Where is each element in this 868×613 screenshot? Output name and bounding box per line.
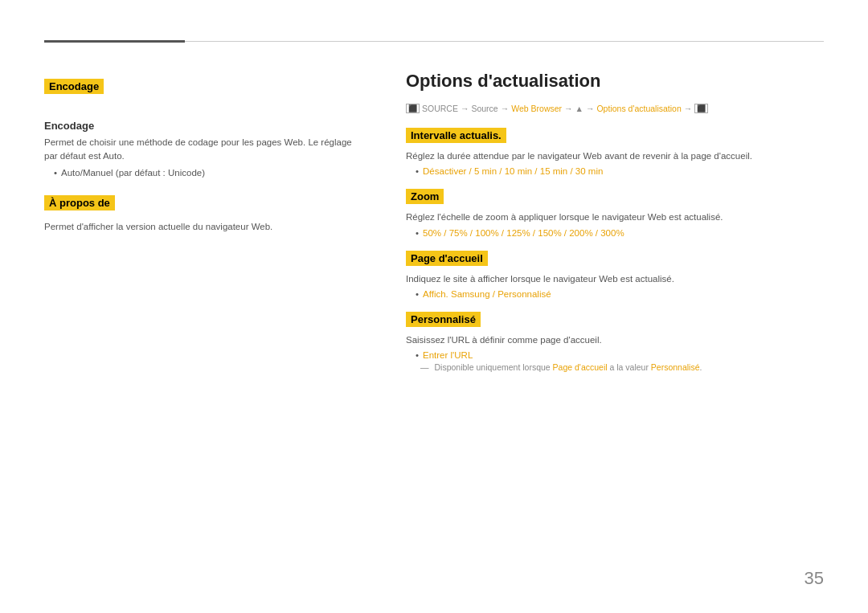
title-encodage: Encodage xyxy=(44,120,358,132)
breadcrumb-source: SOURCE xyxy=(422,104,458,113)
tag-intervalle: Intervalle actualis. xyxy=(406,128,506,143)
tag-pageaccueil: Page d'accueil xyxy=(406,251,488,266)
tag-zoom: Zoom xyxy=(406,189,444,204)
bullet-personnalise-0: Entrer l'URL xyxy=(416,350,824,360)
main-content: Encodage Encodage Permet de choisir une … xyxy=(44,71,824,385)
breadcrumb-arrow-1: → xyxy=(461,104,469,113)
desc-intervalle: Réglez la durée attendue par le navigate… xyxy=(406,149,824,163)
section-apropos: À propos de Permet d'afficher la version… xyxy=(44,195,358,234)
section-pageaccueil: Page d'accueil Indiquez le site à affich… xyxy=(406,251,824,299)
tag-apropos: À propos de xyxy=(44,195,115,210)
bullet-pageaccueil-text: Affich. Samsung / Personnalisé xyxy=(423,289,551,299)
breadcrumb-item-options: Options d'actualisation xyxy=(596,104,681,113)
tag-encodage: Encodage xyxy=(44,79,104,94)
bullet-zoom-text: 50% / 75% / 100% / 125% / 150% / 200% / … xyxy=(423,228,624,238)
divider-light xyxy=(185,41,824,42)
breadcrumb-item-webbrowser: Web Browser xyxy=(511,104,562,113)
note-link1: Page d'accueil xyxy=(553,362,608,372)
breadcrumb-item-icon2: ⬛ xyxy=(694,104,708,113)
bullet-intervalle-0: Désactiver / 5 min / 10 min / 15 min / 3… xyxy=(416,166,824,176)
breadcrumb-item-triangle: ▲ xyxy=(575,104,583,113)
note-middle: a la valeur xyxy=(608,362,651,372)
breadcrumb-source-icon: ⬛ xyxy=(406,104,420,113)
page-title: Options d'actualisation xyxy=(406,71,824,92)
breadcrumb-arrow-4: → xyxy=(586,104,595,113)
note-suffix: . xyxy=(700,362,702,372)
bullet-zoom-0: 50% / 75% / 100% / 125% / 150% / 200% / … xyxy=(416,228,824,238)
section-encodage: Encodage Encodage Permet de choisir une … xyxy=(44,79,358,178)
top-dividers xyxy=(44,40,824,43)
breadcrumb: ⬛ SOURCE → Source → Web Browser → ▲ → Op… xyxy=(406,104,824,113)
desc-pageaccueil: Indiquez le site à afficher lorsque le n… xyxy=(406,272,824,286)
section-personnalise: Personnalisé Saisissez l'URL à définir c… xyxy=(406,312,824,372)
breadcrumb-arrow-3: → xyxy=(564,104,573,113)
bullet-personnalise-text: Entrer l'URL xyxy=(423,350,473,360)
note-text: Disponible uniquement lorsque Page d'acc… xyxy=(435,362,702,372)
breadcrumb-arrow-2: → xyxy=(501,104,510,113)
note-dash: — xyxy=(420,362,429,372)
section-zoom: Zoom Réglez l'échelle de zoom à applique… xyxy=(406,189,824,237)
bullet-pageaccueil-0: Affich. Samsung / Personnalisé xyxy=(416,289,824,299)
breadcrumb-arrow-5: → xyxy=(684,104,693,113)
section-intervalle: Intervalle actualis. Réglez la durée att… xyxy=(406,128,824,176)
desc-personnalise: Saisissez l'URL à définir comme page d'a… xyxy=(406,333,824,347)
desc-encodage: Permet de choisir une méthode de codage … xyxy=(44,136,358,164)
bullet-intervalle-text: Désactiver / 5 min / 10 min / 15 min / 3… xyxy=(423,166,603,176)
note-personnalise: — Disponible uniquement lorsque Page d'a… xyxy=(420,362,824,372)
page-number: 35 xyxy=(805,568,824,589)
tag-personnalise: Personnalisé xyxy=(406,312,481,327)
left-column: Encodage Encodage Permet de choisir une … xyxy=(44,71,390,385)
desc-apropos: Permet d'afficher la version actuelle du… xyxy=(44,220,358,234)
note-link2: Personnalisé xyxy=(651,362,700,372)
desc-zoom: Réglez l'échelle de zoom à appliquer lor… xyxy=(406,210,824,224)
breadcrumb-item-source: Source xyxy=(471,104,497,113)
page-container: Encodage Encodage Permet de choisir une … xyxy=(0,0,868,613)
bullet-encodage-0: Auto/Manuel (par défaut : Unicode) xyxy=(54,168,358,178)
divider-dark xyxy=(44,40,185,43)
right-column: Options d'actualisation ⬛ SOURCE → Sourc… xyxy=(390,71,824,385)
note-prefix: Disponible uniquement lorsque xyxy=(435,362,553,372)
